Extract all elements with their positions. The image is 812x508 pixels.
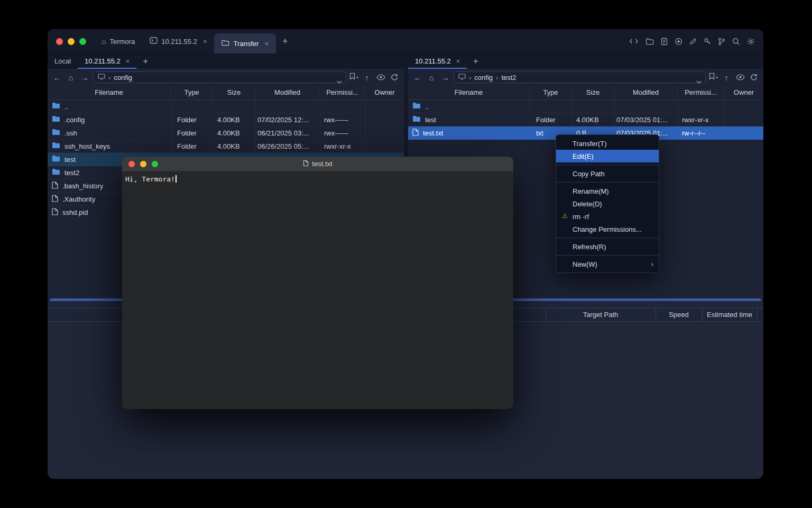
home-icon: ⌂ [102, 38, 106, 45]
editor-content[interactable]: Hi, Termora! [122, 171, 513, 187]
column-header-modified[interactable]: Modified [614, 85, 678, 99]
minimize-window-button[interactable] [68, 38, 75, 45]
home-icon[interactable]: ⌂ [66, 71, 76, 83]
column-header-target-path[interactable]: Target Path [546, 309, 656, 321]
column-header-size[interactable]: Size [572, 85, 614, 99]
breadcrumb-separator: › [108, 74, 110, 81]
close-tab-icon[interactable]: × [456, 57, 460, 65]
zoom-window-button[interactable] [79, 38, 86, 45]
chevron-down-icon[interactable] [337, 76, 342, 86]
tab-remote-host[interactable]: 10.211.55.2 × [408, 53, 467, 69]
breadcrumb-segment[interactable]: config [114, 74, 132, 81]
back-icon[interactable]: ← [52, 71, 62, 83]
table-row[interactable]: test Folder 4.00KB 07/03/2025 01:... rwx… [408, 113, 763, 126]
code-icon[interactable] [629, 38, 639, 45]
bookmark-button[interactable]: ▾ [349, 72, 358, 82]
new-panel-tab-button[interactable]: + [467, 53, 484, 69]
tab-host[interactable]: 10.211.55.2 × [142, 29, 214, 53]
new-panel-tab-button[interactable]: + [136, 53, 154, 69]
column-header-modified[interactable]: Modified [255, 85, 320, 99]
left-panel-tabs: Local 10.211.55.2 × + [48, 53, 404, 69]
branch-icon[interactable] [718, 38, 725, 46]
menu-item-transfer[interactable]: Transfer(T) [556, 137, 659, 150]
left-toolbar: ← ⌂ → › config ▾ ↑ [48, 69, 404, 85]
menu-item-refresh[interactable]: Refresh(R) [556, 240, 659, 253]
menu-item-change-permissions[interactable]: Change Permissions... [556, 223, 659, 235]
tab-remote-host[interactable]: 10.211.55.2 × [78, 53, 136, 69]
tab-termora[interactable]: ⌂ Termora [94, 29, 142, 53]
log-icon[interactable] [661, 38, 668, 46]
forward-icon[interactable]: → [79, 71, 90, 83]
editor-window: test.txt Hi, Termora! [122, 157, 513, 409]
close-tab-icon[interactable]: × [126, 57, 130, 65]
folder-icon [52, 142, 60, 150]
refresh-icon[interactable] [749, 71, 759, 83]
column-header-filename[interactable]: Filename [408, 85, 530, 99]
show-hidden-eye-icon[interactable] [375, 71, 386, 83]
close-tab-icon[interactable]: × [203, 38, 207, 46]
key-icon[interactable] [704, 38, 711, 45]
column-header-size[interactable]: Size [213, 85, 255, 99]
column-header-owner[interactable]: Owner [365, 85, 404, 99]
menu-separator [556, 255, 659, 256]
upload-icon[interactable]: ↑ [362, 71, 372, 83]
column-header-permissions[interactable]: Permissi... [320, 85, 365, 99]
column-header-type[interactable]: Type [171, 85, 213, 99]
transfer-folder-icon [222, 40, 229, 48]
file-name: sshd.pid [62, 208, 88, 216]
settings-gear-icon[interactable] [747, 38, 755, 46]
table-row[interactable]: ssh_host_keys Folder 4.00KB 06/26/2025 0… [48, 140, 404, 153]
file-icon [52, 195, 58, 204]
upload-icon[interactable]: ↑ [721, 71, 732, 83]
menu-item-new[interactable]: New(W)› [556, 258, 659, 270]
table-header: Filename Type Size Modified Permissi... … [48, 85, 404, 100]
show-hidden-eye-icon[interactable] [735, 71, 745, 83]
path-breadcrumb[interactable]: › config [93, 71, 346, 83]
file-name: test [425, 116, 436, 124]
pencil-icon[interactable] [689, 38, 697, 45]
column-header-type[interactable]: Type [530, 85, 572, 99]
tab-label: Termora [109, 38, 135, 46]
new-tab-button[interactable]: + [276, 36, 294, 47]
path-breadcrumb[interactable]: › config › test2 [454, 71, 706, 83]
menu-separator [556, 165, 659, 165]
home-icon[interactable]: ⌂ [426, 71, 437, 83]
close-tab-icon[interactable]: × [264, 40, 269, 48]
search-icon[interactable] [732, 38, 740, 46]
tab-transfer[interactable]: Transfer × [214, 33, 276, 53]
computer-icon [458, 72, 466, 82]
back-icon[interactable]: ← [412, 71, 423, 83]
menu-item-delete[interactable]: Delete(D) [556, 197, 659, 210]
column-header-speed[interactable]: Speed [656, 309, 702, 321]
column-header-owner[interactable]: Owner [724, 85, 763, 99]
column-header-permissions[interactable]: Permissi... [678, 85, 724, 99]
file-name: .. [64, 103, 68, 111]
tab-local[interactable]: Local [48, 53, 78, 69]
column-header-estimated-time[interactable]: Estimated time [702, 309, 757, 321]
column-header-filename[interactable]: Filename [48, 85, 171, 99]
chevron-down-icon: ▾ [356, 75, 358, 80]
forward-icon[interactable]: → [440, 71, 450, 83]
menu-item-edit[interactable]: Edit(E) [556, 150, 659, 162]
menu-item-rm-rf[interactable]: ⚠rm -rf [556, 210, 659, 223]
computer-icon [98, 72, 105, 82]
bookmark-button[interactable]: ▾ [709, 72, 718, 82]
table-row[interactable]: .config Folder 4.00KB 07/02/2025 12:... … [48, 113, 404, 126]
editor-title: test.txt [122, 157, 513, 171]
breadcrumb-segment[interactable]: test2 [501, 74, 516, 81]
chevron-down-icon[interactable] [696, 76, 702, 86]
refresh-icon[interactable] [389, 71, 400, 83]
file-icon [412, 129, 419, 138]
editor-titlebar[interactable]: test.txt [122, 157, 513, 171]
record-icon[interactable] [675, 38, 682, 46]
folder-icon[interactable] [645, 38, 654, 45]
menu-item-copy-path[interactable]: Copy Path [556, 167, 659, 180]
close-window-button[interactable] [56, 38, 63, 45]
titlebar-actions [629, 29, 755, 53]
table-row[interactable]: .ssh Folder 4.00KB 06/21/2025 03:... rwx… [48, 126, 404, 140]
table-row[interactable]: .. [408, 100, 763, 113]
file-name: .ssh [64, 129, 77, 137]
menu-item-rename[interactable]: Rename(M) [556, 185, 659, 197]
breadcrumb-segment[interactable]: config [474, 74, 493, 81]
table-row[interactable]: .. [48, 100, 404, 113]
